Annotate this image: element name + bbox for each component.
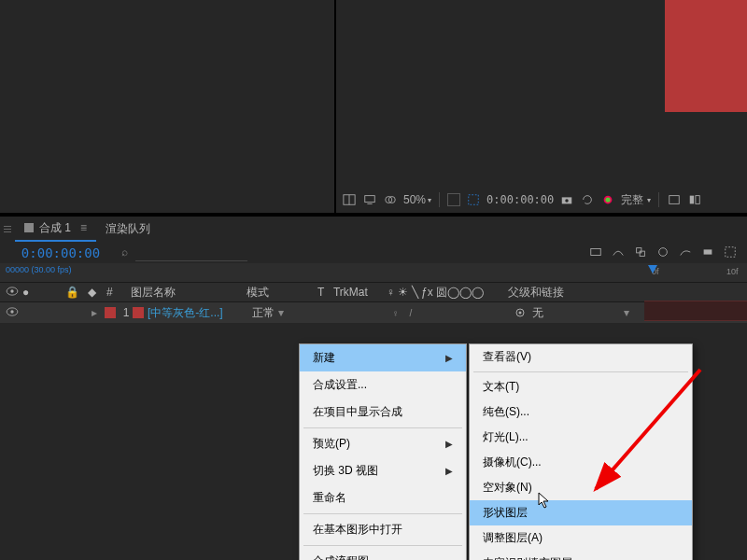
label-column: ◆ (88, 286, 106, 299)
chevron-down-icon: ▾ (647, 196, 651, 204)
frame-blend-icon[interactable] (633, 245, 648, 259)
svg-rect-6 (469, 195, 479, 205)
current-time-indicator[interactable] (648, 265, 657, 273)
refresh-icon[interactable] (580, 192, 595, 207)
brain-icon[interactable] (700, 245, 715, 259)
lock-column: 🔒 (65, 286, 88, 299)
pickwhip-icon[interactable] (514, 306, 527, 319)
svg-rect-13 (696, 196, 699, 204)
zoom-dropdown[interactable]: 50% ▾ (403, 193, 431, 206)
submenu-item-viewer[interactable]: 查看器(V) (470, 344, 692, 370)
submenu-item-text[interactable]: 文本(T) (470, 374, 692, 399)
menu-item-new[interactable]: 新建 ▶ (300, 344, 466, 371)
tab-label: 渲染队列 (106, 221, 150, 237)
svg-point-25 (519, 312, 522, 315)
view-toggle-icon[interactable] (687, 192, 702, 207)
layer-color-swatch[interactable] (105, 307, 116, 318)
menu-item-show-in-project[interactable]: 在项目中显示合成 (300, 399, 466, 426)
fps-label[interactable]: 00000 (30.00 fps) (6, 265, 72, 274)
parent-value: 无 (532, 305, 543, 321)
layer-type-swatch (133, 307, 144, 318)
svg-rect-19 (726, 247, 736, 258)
submenu-item-light[interactable]: 灯光(L)... (470, 425, 692, 450)
submenu-item-camera[interactable]: 摄像机(C)... (470, 450, 692, 475)
svg-point-10 (606, 197, 611, 202)
parent-header[interactable]: 父级和链接 (502, 285, 633, 301)
columns-header: ● 🔒 ◆ # 图层名称 模式 T TrkMat ♀ ☀ ╲ ƒx 圆◯◯◯ 父… (0, 282, 747, 302)
visibility-column: ● (0, 286, 65, 299)
submenu-item-null[interactable]: 空对象(N) (470, 475, 692, 500)
context-submenu-new: 查看器(V) 文本(T) 纯色(S)... 灯光(L)... 摄像机(C)...… (469, 343, 693, 560)
layer-mode-dropdown[interactable]: 正常 ▾ (245, 305, 323, 321)
menu-separator (303, 513, 462, 514)
menu-label: 内容识别填充图层... (483, 555, 582, 560)
menu-label: 重命名 (313, 490, 346, 506)
panel-grip-icon[interactable] (4, 218, 11, 239)
menu-item-flowchart[interactable]: 合成流程图 (300, 548, 466, 560)
resolution-label: 完整 (621, 192, 643, 208)
layer-track-bar[interactable] (644, 301, 747, 321)
svg-point-23 (10, 310, 13, 313)
comp-swatch (24, 223, 34, 232)
layer-switches[interactable]: ♀ / (387, 308, 508, 318)
tab-menu-icon[interactable]: ≡ (80, 221, 87, 234)
svg-rect-14 (591, 249, 601, 256)
layer-name-header[interactable]: 图层名称 (127, 285, 239, 301)
comp-button-icon[interactable] (588, 245, 603, 259)
view-layout-icon[interactable] (667, 192, 682, 207)
svg-rect-2 (365, 196, 375, 203)
reticle-icon[interactable] (447, 193, 460, 206)
tab-comp1[interactable]: 合成 1 ≡ (15, 217, 96, 242)
submenu-arrow-icon: ▶ (445, 466, 453, 476)
switches-header: ♀ ☀ ╲ ƒx 圆◯◯◯ (381, 285, 502, 301)
graph-editor-icon[interactable] (678, 245, 693, 259)
chevron-down-icon: ▾ (624, 306, 629, 319)
trkmat-header: T TrkMat (317, 286, 381, 299)
svg-point-21 (10, 289, 13, 292)
submenu-item-solid[interactable]: 纯色(S)... (470, 399, 692, 425)
time-ruler[interactable]: 0f 10f (644, 263, 747, 282)
preview-timecode[interactable]: 0:00:00:00 (486, 193, 554, 206)
layer-search-input[interactable] (135, 244, 247, 261)
index-column: # (106, 286, 127, 299)
svg-rect-11 (669, 196, 680, 204)
chevron-down-icon: ▾ (428, 196, 431, 204)
menu-item-comp-settings[interactable]: 合成设置... (300, 371, 466, 399)
snapshot-icon[interactable] (723, 245, 738, 259)
speaker-icon: ● (22, 286, 29, 299)
mask-icon[interactable] (383, 192, 398, 207)
layer-parent-dropdown[interactable]: 无 ▾ (508, 305, 639, 321)
camera-icon[interactable] (559, 192, 574, 207)
layer-name-text: [中等灰色-红...] (148, 305, 223, 321)
motion-blur-icon[interactable] (655, 245, 670, 259)
marquee-icon[interactable] (466, 192, 481, 207)
svg-rect-15 (637, 248, 641, 253)
layer-name-cell[interactable]: [中等灰色-红...] (133, 305, 245, 321)
timecode-display[interactable]: 0:00:00:00 (0, 244, 121, 260)
layer-visibility-toggle[interactable] (0, 306, 65, 319)
menu-label: 摄像机(C)... (483, 455, 542, 470)
layer-index: 1 (120, 306, 133, 319)
submenu-item-adjustment[interactable]: 调整图层(A) (470, 525, 692, 551)
mode-header[interactable]: 模式 (239, 285, 317, 301)
menu-separator (303, 545, 462, 546)
menu-item-switch-3d[interactable]: 切换 3D 视图 ▶ (300, 457, 466, 484)
resolution-dropdown[interactable]: 完整 ▾ (621, 192, 651, 208)
shy-icon[interactable] (611, 245, 626, 259)
tab-render-queue[interactable]: 渲染队列 (96, 217, 160, 241)
layer-row[interactable]: ▸ 1 [中等灰色-红...] 正常 ▾ ♀ / 无 ▾ (0, 302, 747, 323)
menu-label: 预览(P) (313, 436, 350, 452)
color-wheel-icon[interactable] (600, 192, 615, 207)
twirl-icon[interactable]: ▸ (88, 306, 101, 319)
svg-rect-16 (640, 251, 644, 256)
menu-separator (303, 427, 462, 428)
grid-icon[interactable] (342, 192, 357, 207)
svg-rect-12 (690, 196, 694, 204)
submenu-item-content-aware[interactable]: 内容识别填充图层... (470, 551, 692, 560)
menu-item-preview[interactable]: 预览(P) ▶ (300, 430, 466, 457)
menu-item-open-egp[interactable]: 在基本图形中打开 (300, 516, 466, 543)
menu-item-rename[interactable]: 重命名 (300, 484, 466, 511)
monitor-icon[interactable] (362, 192, 377, 207)
submenu-item-shape-layer[interactable]: 形状图层 (470, 500, 692, 525)
submenu-arrow-icon: ▶ (445, 353, 453, 363)
